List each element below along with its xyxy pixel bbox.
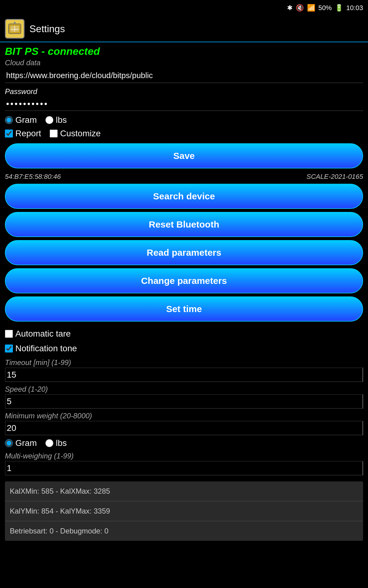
speed-input[interactable] [5, 394, 363, 409]
timeout-input[interactable] [5, 368, 363, 382]
gram-radio[interactable] [5, 116, 13, 124]
mute-icon: 🔇 [296, 4, 304, 12]
notification-tone-group: Notification tone [5, 344, 363, 353]
notification-tone-label[interactable]: Notification tone [5, 344, 77, 353]
app-icon [5, 19, 25, 39]
svg-point-3 [14, 22, 16, 24]
unit-radio-group: Gram lbs [5, 115, 363, 125]
automatic-tare-label[interactable]: Automatic tare [5, 329, 71, 339]
change-parameters-button[interactable]: Change parameters [5, 268, 363, 293]
customize-checkbox[interactable] [50, 130, 58, 138]
battery-icon: 🔋 [335, 4, 343, 12]
lbs-radio-label[interactable]: lbs [45, 115, 67, 125]
automatic-tare-checkbox[interactable] [5, 330, 13, 338]
notification-tone-checkbox[interactable] [5, 345, 13, 352]
report-customize-group: Report Customize [5, 129, 363, 138]
save-button[interactable]: Save [5, 143, 363, 168]
cloud-data-label: Cloud data [5, 58, 363, 67]
search-device-button[interactable]: Search device [5, 184, 363, 209]
report-checkbox-label[interactable]: Report [5, 129, 41, 138]
multi-weighing-input[interactable] [5, 461, 363, 475]
report-checkbox[interactable] [5, 130, 13, 138]
bluetooth-icon: ✱ [287, 4, 293, 12]
automatic-tare-group: Automatic tare [5, 329, 363, 339]
reset-bluetooth-button[interactable]: Reset Bluetooth [5, 212, 363, 237]
password-label: Password [5, 87, 363, 96]
lbs-radio-label-2[interactable]: lbs [45, 438, 67, 448]
speed-label: Speed (1-20) [5, 385, 363, 394]
min-weight-label: Minimum weight (20-8000) [5, 412, 363, 420]
cloud-url-input[interactable] [5, 68, 363, 83]
gram-radio-label-2[interactable]: Gram [5, 438, 37, 448]
status-bar: ✱ 🔇 📶 50% 🔋 10:03 [0, 0, 368, 16]
lbs-radio[interactable] [45, 116, 53, 124]
app-header: Settings [0, 16, 368, 42]
set-time-button[interactable]: Set time [5, 296, 363, 322]
scale-id: SCALE-2021-0165 [306, 173, 363, 181]
unit-radio-group-2: Gram lbs [5, 438, 363, 448]
calibration-section: KalXMin: 585 - KalXMax: 3285 KalYMin: 85… [5, 481, 363, 541]
betriebsart-row: Betriebsart: 0 - Debugmode: 0 [5, 521, 363, 541]
clock: 10:03 [346, 4, 363, 12]
lbs-radio-2[interactable] [45, 439, 53, 447]
mac-address: 54:B7:E5:58:80:46 [5, 173, 61, 181]
read-parameters-button[interactable]: Read parameters [5, 240, 363, 265]
device-info-row: 54:B7:E5:58:80:46 SCALE-2021-0165 [5, 173, 363, 181]
password-field: •••••••••• [5, 97, 363, 111]
gram-radio-2[interactable] [5, 439, 13, 447]
customize-checkbox-label[interactable]: Customize [50, 129, 101, 138]
main-content: BIT PS - connected Cloud data Password •… [0, 42, 368, 547]
wifi-icon: 📶 [307, 4, 315, 12]
kal-x-row: KalXMin: 585 - KalXMax: 3285 [5, 481, 363, 501]
settings-title: Settings [29, 23, 65, 35]
kal-y-row: KalYMin: 854 - KalYMax: 3359 [5, 501, 363, 521]
timeout-label: Timeout [min] (1-99) [5, 358, 363, 367]
min-weight-input[interactable] [5, 421, 363, 435]
multi-weighing-label: Multi-weighing (1-99) [5, 452, 363, 460]
battery-level: 50% [318, 4, 332, 12]
connection-status: BIT PS - connected [5, 45, 363, 57]
gram-radio-label[interactable]: Gram [5, 115, 37, 125]
